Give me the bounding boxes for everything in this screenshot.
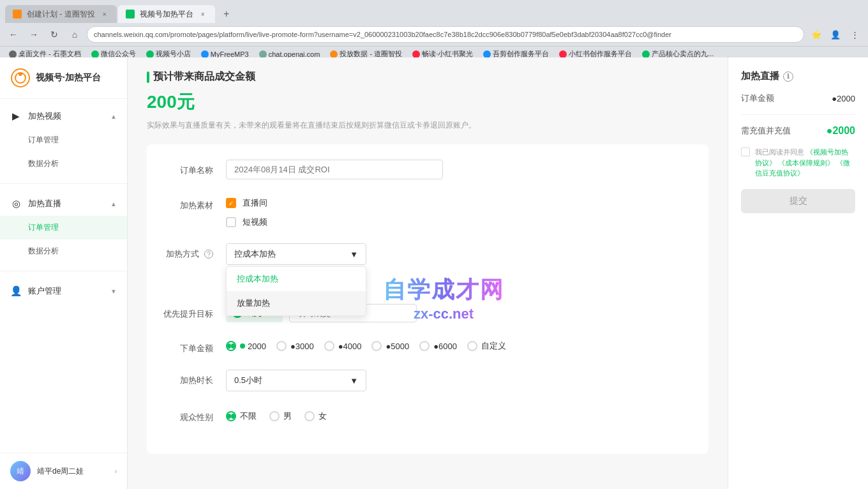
panel-info-icon[interactable]: ℹ bbox=[783, 71, 793, 82]
checkbox-live[interactable]: ✓ bbox=[226, 198, 236, 208]
extensions-icon[interactable]: ⭐ bbox=[808, 26, 825, 43]
agree-link-2[interactable]: 《成本保障规则》 bbox=[778, 159, 834, 167]
gender-female-label: 女 bbox=[318, 410, 327, 422]
material-option-short-video[interactable]: 短视频 bbox=[226, 216, 693, 228]
page-title: 预计带来商品成交金额 bbox=[147, 70, 708, 84]
sidebar-label-account: 账户管理 bbox=[28, 285, 61, 297]
sidebar-item-boost-video[interactable]: ▶ 加热视频 ▲ bbox=[0, 104, 127, 128]
sidebar-item-order-mgmt-live[interactable]: 订单管理 bbox=[0, 216, 127, 239]
sidebar-label-boost-video: 加热视频 bbox=[28, 110, 61, 122]
method-dropdown: 控成本加热 放量加热 bbox=[226, 266, 366, 316]
bookmark-icon-6 bbox=[330, 50, 338, 58]
sidebar-item-account-mgmt[interactable]: 👤 账户管理 ▼ bbox=[0, 279, 127, 303]
back-button[interactable]: ← bbox=[5, 26, 22, 43]
sidebar-section-account: 👤 账户管理 ▼ bbox=[0, 274, 127, 308]
tab-close-2[interactable]: × bbox=[198, 10, 207, 19]
amount-label-5000: ●5000 bbox=[385, 342, 409, 351]
logo-icon bbox=[10, 68, 31, 88]
radio-female[interactable] bbox=[304, 411, 315, 421]
play-icon: ▶ bbox=[10, 110, 22, 122]
sidebar-item-boost-live[interactable]: ◎ 加热直播 ▲ bbox=[0, 192, 127, 216]
account-icon: 👤 bbox=[10, 285, 22, 297]
amount-option-custom[interactable]: 自定义 bbox=[467, 340, 506, 352]
radio-5000[interactable] bbox=[371, 341, 382, 351]
gender-unlimited[interactable]: 不限 bbox=[226, 410, 257, 422]
panel-title: 加热直播 ℹ bbox=[741, 70, 855, 82]
bookmark-icon-7 bbox=[412, 50, 420, 58]
user-chevron-icon: › bbox=[115, 468, 117, 475]
gender-male[interactable]: 男 bbox=[269, 410, 292, 422]
right-panel: 加热直播 ℹ 订单金额 ●2000 需充值并充值 ●2000 我已阅读并同意 《… bbox=[728, 57, 868, 489]
checkbox-agree: 我已阅读并同意 《视频号加热协议》 《成本保障规则》 《微信豆充值协议》 bbox=[741, 147, 855, 179]
panel-row-order-amount: 订单金额 ●2000 bbox=[741, 93, 855, 104]
form-row-material: 加热素材 ✓ 直播间 短视频 bbox=[162, 195, 693, 228]
bookmark-icon-4 bbox=[201, 50, 209, 58]
tab-favicon-2 bbox=[126, 10, 135, 19]
material-label-short-video: 短视频 bbox=[243, 216, 267, 228]
checkbox-short-video[interactable] bbox=[226, 217, 236, 227]
form-row-amount: 下单金额 2000 ●3000 ●4000 bbox=[162, 338, 693, 354]
gender-radio-group: 不限 男 女 bbox=[226, 407, 693, 422]
new-tab-button[interactable]: + bbox=[219, 6, 234, 22]
agree-text: 我已阅读并同意 《视频号加热协议》 《成本保障规则》 《微信豆充值协议》 bbox=[755, 147, 855, 179]
url-text: channels.weixin.qq.com/promote/pages/pla… bbox=[94, 31, 671, 38]
tab-close-1[interactable]: × bbox=[100, 10, 109, 19]
dropdown-item-cost-control[interactable]: 控成本加热 bbox=[227, 267, 366, 291]
sidebar-item-order-mgmt-video[interactable]: 订单管理 bbox=[0, 128, 127, 152]
logo-text: 视频号·加热平台 bbox=[36, 72, 101, 84]
sidebar-item-data-analysis-video[interactable]: 数据分析 bbox=[0, 152, 127, 176]
duration-display[interactable]: 0.5小时 ▼ bbox=[226, 370, 366, 391]
amount-label-4000: ●4000 bbox=[338, 342, 362, 351]
home-button[interactable]: ⌂ bbox=[66, 26, 83, 43]
tab-active[interactable]: 视频号加热平台 × bbox=[118, 5, 215, 23]
address-bar[interactable]: channels.weixin.qq.com/promote/pages/pla… bbox=[87, 26, 804, 43]
refresh-button[interactable]: ↻ bbox=[46, 26, 63, 43]
tab-inactive[interactable]: 创建计划 - 道圈智投 × bbox=[5, 5, 117, 23]
bookmark-icon-9 bbox=[559, 50, 567, 58]
user-name: 靖平de周二娃 bbox=[37, 466, 108, 477]
amount-option-6000[interactable]: ●6000 bbox=[419, 341, 457, 351]
amount-option-4000[interactable]: ●4000 bbox=[324, 341, 362, 351]
bookmark-icon-10 bbox=[642, 50, 650, 58]
method-select-display[interactable]: 控成本加热 ▼ bbox=[226, 243, 366, 265]
radio-3000[interactable] bbox=[276, 341, 287, 351]
chevron-up-icon-2: ▲ bbox=[110, 200, 117, 207]
duration-label: 加热时长 bbox=[162, 370, 213, 386]
amount-option-3000[interactable]: ●3000 bbox=[276, 341, 314, 351]
amount-row: 2000 ●3000 ●4000 ●5000 bbox=[226, 338, 693, 352]
sidebar-item-data-analysis-live[interactable]: 数据分析 bbox=[0, 239, 127, 263]
panel-order-amount-value: ●2000 bbox=[832, 94, 855, 103]
amount-label-custom: 自定义 bbox=[481, 340, 506, 352]
submit-button[interactable]: 提交 bbox=[741, 189, 855, 213]
radio-custom[interactable] bbox=[467, 341, 477, 351]
user-profile-icon[interactable]: 👤 bbox=[827, 26, 844, 43]
tab-favicon-1 bbox=[13, 10, 22, 19]
dropdown-item-volume-boost[interactable]: 放量加热 bbox=[227, 291, 366, 315]
material-label-live: 直播间 bbox=[243, 197, 267, 209]
radio-6000[interactable] bbox=[419, 341, 430, 351]
method-help-icon[interactable]: ? bbox=[204, 250, 213, 259]
sidebar-divider-2 bbox=[0, 271, 127, 271]
radio-male[interactable] bbox=[269, 411, 280, 421]
avatar: 靖 bbox=[10, 461, 31, 481]
bookmark-icon-2 bbox=[91, 50, 99, 58]
material-option-live[interactable]: ✓ 直播间 bbox=[226, 197, 693, 209]
radio-4000[interactable] bbox=[324, 341, 334, 351]
amount-option-2000[interactable]: 2000 bbox=[226, 341, 266, 351]
forward-button[interactable]: → bbox=[26, 26, 42, 43]
tab-label-2: 视频号加热平台 bbox=[140, 9, 193, 20]
sidebar-logo: 视频号·加热平台 bbox=[0, 57, 127, 99]
order-name-input[interactable] bbox=[226, 160, 443, 179]
amount-option-5000[interactable]: ●5000 bbox=[371, 341, 409, 351]
radio-2000[interactable] bbox=[226, 341, 236, 351]
settings-icon[interactable]: ⋮ bbox=[846, 26, 863, 43]
radio-unlimited[interactable] bbox=[226, 411, 236, 421]
amount-label-2000: 2000 bbox=[240, 342, 266, 351]
bookmark-icon-1 bbox=[9, 50, 17, 58]
gender-female[interactable]: 女 bbox=[304, 410, 327, 422]
sidebar-user[interactable]: 靖 靖平de周二娃 › bbox=[0, 453, 127, 489]
material-label: 加热素材 bbox=[162, 195, 213, 211]
checkbox-agree-box[interactable] bbox=[741, 147, 750, 156]
sidebar-divider-1 bbox=[0, 183, 127, 184]
bookmark-icon-5 bbox=[259, 50, 267, 58]
